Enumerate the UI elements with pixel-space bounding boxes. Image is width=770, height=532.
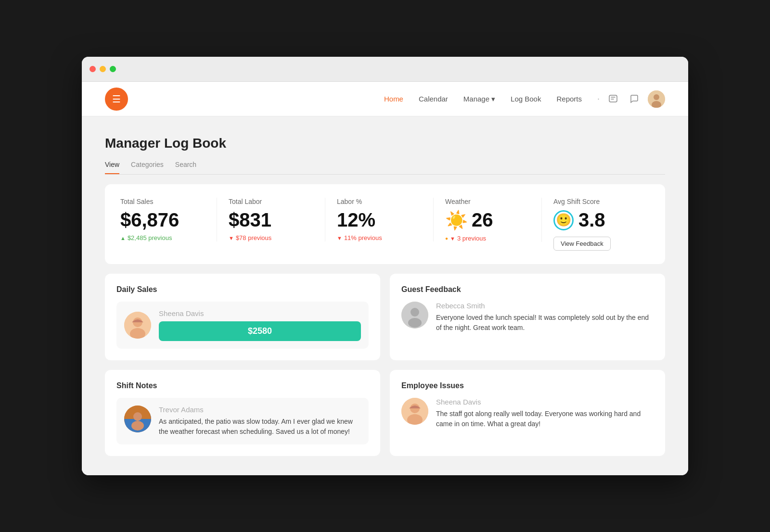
stat-total-sales: Total Sales $6,876 ▲ $2,485 previous — [120, 198, 217, 241]
nav-calendar[interactable]: Calendar — [419, 95, 448, 103]
employee-issues-title: Employee Issues — [401, 381, 654, 390]
stats-card: Total Sales $6,876 ▲ $2,485 previous Tot… — [105, 184, 665, 264]
tab-categories[interactable]: Categories — [131, 161, 164, 174]
arrow-down-icon-2: ▼ — [337, 235, 342, 241]
shift-notes-title: Shift Notes — [116, 381, 369, 390]
avg-shift-score-label: Avg Shift Score — [553, 198, 638, 205]
rebecca-avatar — [401, 302, 428, 329]
shift-note-text: As anticipated, the patio was slow today… — [159, 417, 361, 437]
sheena-avatar — [124, 312, 151, 339]
trevor-name: Trevor Adams — [159, 405, 361, 414]
total-labor-change: ▼ $78 previous — [229, 234, 313, 241]
stat-weather: Weather ☀️ 26 ● ▼ 3 previous — [445, 198, 542, 242]
sheena2-name: Sheena Davis — [436, 398, 654, 406]
sheena-name: Sheena Davis — [159, 309, 361, 317]
titlebar — [82, 57, 688, 82]
sun-icon: ☀️ — [445, 210, 468, 231]
chat-icon[interactable] — [627, 91, 642, 107]
employee-issues-content: Sheena Davis The staff got along really … — [436, 398, 654, 429]
nav-links: Home Calendar Manage ▾ Log Book Reports — [384, 95, 582, 103]
tab-search[interactable]: Search — [175, 161, 196, 174]
svg-point-8 — [411, 308, 419, 317]
employee-issues-text: The staff got along really well today. E… — [436, 409, 654, 429]
nav-reports[interactable]: Reports — [556, 95, 582, 103]
guest-feedback-entry: Rebecca Smith Everyone loved the lunch s… — [401, 302, 654, 333]
daily-sales-card: Daily Sales Sheena Davis $2580 — [105, 274, 380, 360]
trevor-avatar — [124, 405, 151, 432]
maximize-button[interactable] — [110, 66, 116, 72]
nav-home[interactable]: Home — [384, 95, 403, 103]
separator: · — [597, 94, 600, 104]
navbar: ☰ Home Calendar Manage ▾ Log Book Report… — [82, 82, 688, 116]
rebecca-name: Rebecca Smith — [436, 302, 654, 310]
tab-view[interactable]: View — [105, 161, 119, 174]
svg-point-14 — [131, 421, 144, 431]
bottom-grid: Daily Sales Sheena Davis $2580 — [105, 274, 665, 456]
minimize-button[interactable] — [100, 66, 106, 72]
weather-change: ● ▼ 3 previous — [445, 235, 530, 242]
nav-manage[interactable]: Manage ▾ — [463, 95, 495, 103]
total-sales-label: Total Sales — [120, 198, 205, 205]
close-button[interactable] — [90, 66, 96, 72]
view-feedback-button[interactable]: View Feedback — [553, 237, 611, 251]
weather-label: Weather — [445, 198, 530, 205]
score-value: 🙂 3.8 — [553, 209, 638, 231]
main-content: Manager Log Book View Categories Search … — [82, 116, 688, 475]
svg-point-13 — [133, 412, 142, 421]
tabs: View Categories Search — [105, 161, 665, 175]
arrow-down-icon-3: ▼ — [450, 236, 455, 241]
chevron-down-icon: ▾ — [491, 95, 495, 103]
app-logo[interactable]: ☰ — [105, 88, 128, 111]
logo-container: ☰ — [105, 88, 128, 111]
shift-note-entry: Trevor Adams As anticipated, the patio w… — [116, 398, 369, 444]
sales-bar: $2580 — [159, 321, 361, 341]
nav-icons: · — [597, 90, 665, 108]
sales-bar-container: Sheena Davis $2580 — [159, 309, 361, 341]
arrow-down-icon: ▼ — [229, 235, 234, 241]
circle-icon: ● — [445, 236, 448, 241]
guest-feedback-content: Rebecca Smith Everyone loved the lunch s… — [436, 302, 654, 333]
labor-pct-change: ▼ 11% previous — [337, 234, 422, 241]
total-sales-change: ▲ $2,485 previous — [120, 234, 205, 241]
sheena2-avatar — [401, 398, 428, 425]
guest-feedback-title: Guest Feedback — [401, 285, 654, 294]
guest-feedback-card: Guest Feedback Rebecca Smith Everyone lo… — [390, 274, 665, 360]
employee-issues-entry: Sheena Davis The staff got along really … — [401, 398, 654, 429]
employee-issues-card: Employee Issues Sheena Davis The staff g… — [390, 370, 665, 456]
labor-pct-value: 12% — [337, 209, 422, 230]
total-labor-label: Total Labor — [229, 198, 313, 205]
svg-point-2 — [654, 94, 659, 100]
total-labor-value: $831 — [229, 209, 313, 230]
shift-note-content: Trevor Adams As anticipated, the patio w… — [159, 405, 361, 437]
svg-rect-0 — [609, 95, 617, 102]
total-sales-value: $6,876 — [120, 209, 205, 230]
page-title: Manager Log Book — [105, 136, 665, 151]
shift-notes-card: Shift Notes T — [105, 370, 380, 456]
logo-icon: ☰ — [112, 94, 121, 104]
stat-total-labor: Total Labor $831 ▼ $78 previous — [229, 198, 325, 241]
stat-labor-pct: Labor % 12% ▼ 11% previous — [337, 198, 434, 241]
arrow-up-icon: ▲ — [120, 235, 126, 241]
guest-feedback-text: Everyone loved the lunch special! It was… — [436, 313, 654, 333]
help-icon[interactable] — [605, 91, 621, 107]
smiley-icon: 🙂 — [553, 210, 574, 230]
svg-point-9 — [408, 318, 422, 328]
stat-avg-shift-score: Avg Shift Score 🙂 3.8 View Feedback — [553, 198, 650, 251]
traffic-lights — [90, 66, 116, 72]
daily-sales-entry: Sheena Davis $2580 — [116, 302, 369, 349]
daily-sales-title: Daily Sales — [116, 285, 369, 294]
app-window: ☰ Home Calendar Manage ▾ Log Book Report… — [82, 57, 688, 475]
user-avatar-nav[interactable] — [648, 90, 665, 108]
nav-logbook[interactable]: Log Book — [511, 95, 541, 103]
labor-pct-label: Labor % — [337, 198, 422, 205]
weather-value: ☀️ 26 — [445, 209, 530, 231]
